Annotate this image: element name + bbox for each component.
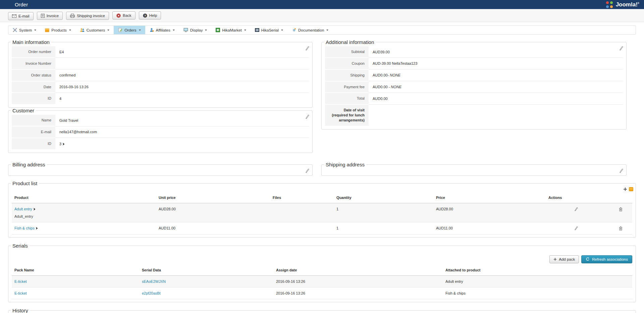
- menu-item-hikamarket[interactable]: ✱ HikaMarket: [211, 26, 250, 34]
- delete-product-icon[interactable]: [619, 226, 623, 230]
- help-button[interactable]: ? Help: [139, 11, 161, 19]
- history-panel: History Type Order status Reason User / …: [8, 308, 636, 313]
- goto-product-arrow-icon[interactable]: [36, 227, 38, 230]
- history-title: History: [11, 308, 30, 313]
- documentation-icon: ✲: [292, 28, 296, 32]
- menu-item-documentation[interactable]: ✲ Documentation: [287, 26, 333, 34]
- menu-item-system-label: System: [19, 28, 32, 32]
- customer-table: NameGold Travel E-mailnella147@hotmail.c…: [12, 115, 309, 150]
- table-row: SubtotalAUD39.00: [325, 46, 623, 58]
- add-pack-product-icon[interactable]: [629, 187, 633, 191]
- menu-item-hikaserial-label: HikaSerial: [261, 28, 279, 32]
- goto-product-arrow-icon[interactable]: [33, 208, 36, 211]
- table-row: NameGold Travel: [12, 115, 309, 126]
- back-button[interactable]: Back: [112, 11, 136, 19]
- edit-billing-address-icon[interactable]: [306, 168, 309, 173]
- product-list-title: Product list: [11, 180, 39, 186]
- invoice-number-value: [55, 58, 309, 69]
- product-link[interactable]: Fish & chips: [14, 226, 35, 230]
- invoice-number-label: Invoice Number: [12, 58, 55, 69]
- serial-data-link[interactable]: e2pf20asBt: [142, 291, 161, 295]
- files-cell: [270, 203, 334, 222]
- joomla-logo-reg: ®: [638, 2, 639, 4]
- orders-icon: [118, 28, 122, 32]
- order-number-value: E4: [55, 46, 309, 58]
- menu-item-orders[interactable]: Orders: [114, 26, 145, 34]
- help-button-label: Help: [149, 13, 157, 17]
- table-row: TotalAUD0.00: [325, 93, 623, 104]
- attached-product-cell: Adult entry: [443, 275, 632, 287]
- menu-item-customers[interactable]: Customers: [75, 26, 114, 34]
- system-icon: [13, 28, 17, 32]
- svg-text:✱: ✱: [217, 28, 219, 32]
- chevron-down-icon: [173, 30, 175, 31]
- plus-icon: [553, 258, 557, 261]
- menu-item-system[interactable]: System: [8, 26, 41, 34]
- menu-item-hikaserial[interactable]: HikaSerial: [251, 26, 287, 34]
- shipping-value: AUD0.00-NONE: [369, 69, 623, 81]
- joomla-logo-text: Joomla!®: [616, 1, 639, 8]
- back-button-label: Back: [123, 13, 131, 17]
- menu-item-affiliates[interactable]: Affiliates: [145, 26, 179, 34]
- main-information-title: Main information: [11, 39, 51, 45]
- display-icon: [183, 28, 188, 32]
- payment-fee-value: AUD0.00 -NONE: [369, 81, 623, 93]
- table-row: Order statusconfirmed: [12, 69, 309, 81]
- table-row: ID 3: [12, 138, 309, 150]
- serial-data-cell: sEAoE2WJXN: [139, 275, 273, 287]
- goto-customer-arrow-icon[interactable]: [62, 143, 65, 146]
- col-price: Price: [433, 193, 546, 203]
- add-product-icon[interactable]: [623, 187, 627, 191]
- email-button[interactable]: E-mail: [8, 12, 34, 20]
- date-of-visit-value: [369, 104, 623, 126]
- payment-fee-label: Payment fee: [325, 81, 369, 93]
- actions-cell: [546, 222, 632, 234]
- edit-shipping-address-icon[interactable]: [620, 168, 623, 173]
- menu-item-products[interactable]: Products: [41, 26, 75, 34]
- table-header-row: Product Unit price Files Quantity Price …: [12, 193, 632, 203]
- shipping-address-title: Shipping address: [324, 162, 366, 167]
- assign-date-cell: 2016-09-16 13:26: [273, 287, 443, 299]
- product-link[interactable]: Adult entry: [14, 207, 32, 211]
- shipping-invoice-button[interactable]: Shipping invoice: [66, 12, 109, 20]
- edit-additional-information-icon[interactable]: [620, 46, 623, 50]
- table-row: E-mailnella147@hotmail.com: [12, 126, 309, 138]
- serials-panel: Serials Add pack Refresh associations Pa…: [8, 243, 636, 302]
- serial-data-link[interactable]: sEAoE2WJXN: [142, 279, 166, 283]
- add-pack-button[interactable]: Add pack: [549, 255, 579, 263]
- edit-main-information-icon[interactable]: [306, 46, 309, 50]
- col-unit-price: Unit price: [156, 193, 270, 203]
- svg-text:?: ?: [144, 14, 146, 17]
- chevron-down-icon: [205, 30, 207, 31]
- page-title: Order: [15, 2, 28, 7]
- delete-product-icon[interactable]: [619, 207, 623, 211]
- customer-title: Customer: [11, 108, 36, 113]
- edit-customer-icon[interactable]: [306, 114, 309, 119]
- table-row: Date2016-09-16 13:26: [12, 81, 309, 93]
- col-actions: Actions: [546, 193, 632, 203]
- additional-information-panel: Additional information SubtotalAUD39.00 …: [321, 39, 627, 129]
- quantity-cell: 1: [334, 203, 433, 222]
- affiliates-icon: [150, 28, 154, 32]
- pack-name-link[interactable]: E-ticket: [14, 279, 27, 283]
- help-icon: ?: [143, 13, 147, 18]
- edit-product-icon[interactable]: [575, 207, 578, 211]
- chevron-down-icon: [34, 30, 36, 31]
- table-row: Date of visit (required for lunch arrang…: [325, 104, 623, 126]
- menu-item-documentation-label: Documentation: [298, 28, 324, 32]
- invoice-button[interactable]: Invoice: [37, 12, 63, 20]
- unit-price-cell: AUD11.00: [156, 222, 270, 234]
- pack-name-cell: E-ticket: [12, 275, 139, 287]
- shipping-invoice-button-label: Shipping invoice: [77, 14, 105, 18]
- component-menubar: System Products Customers Orders Affilia…: [8, 25, 636, 35]
- pack-name-link[interactable]: E-ticket: [14, 291, 27, 295]
- product-cell: Adult entry Adult_entry: [12, 203, 156, 222]
- billing-address-title: Billing address: [11, 162, 47, 167]
- price-cell: AUD28.00: [433, 203, 546, 222]
- refresh-associations-button[interactable]: Refresh associations: [581, 255, 632, 263]
- col-assign-date: Assign date: [273, 265, 443, 276]
- joomla-logo: Joomla!®: [605, 1, 639, 8]
- edit-product-icon[interactable]: [575, 226, 578, 230]
- menu-item-display[interactable]: Display: [179, 26, 212, 34]
- menu-item-hikamarket-label: HikaMarket: [222, 28, 241, 32]
